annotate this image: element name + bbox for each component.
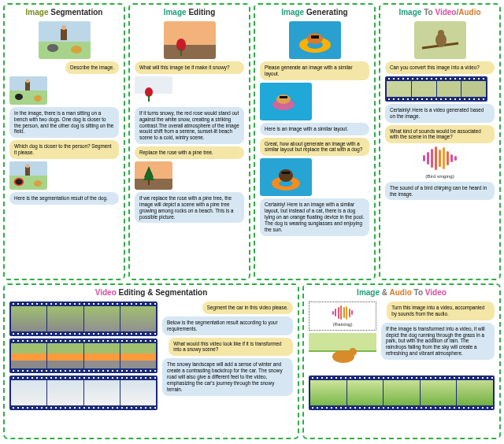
panel-image-segmentation: Image Segmentation Describe the image. I… xyxy=(3,3,125,280)
audio-wave-icon xyxy=(332,305,354,320)
audio-caption: (Bird singing) xyxy=(385,173,495,179)
panel-title: Image Segmentation xyxy=(9,8,119,17)
svg-point-16 xyxy=(26,165,30,168)
svg-point-45 xyxy=(279,169,293,182)
svg-rect-29 xyxy=(135,179,172,190)
svg-point-40 xyxy=(276,94,291,104)
svg-point-10 xyxy=(26,79,30,83)
title-word-image: Image xyxy=(398,8,421,17)
title-word-audio: Audio xyxy=(389,288,411,297)
panel-title: Video Editing & Segmentation xyxy=(9,288,293,298)
svg-rect-28 xyxy=(135,161,172,179)
video-bird-filmstrip xyxy=(385,76,487,102)
title-word-image: Image xyxy=(281,8,304,17)
assist-msg-desc: In the image, there is a man sitting on … xyxy=(9,107,119,138)
assist-msg-snowy-video: The snowy landscape will add a sense of … xyxy=(162,358,293,395)
image-cat-pool-float xyxy=(289,21,341,59)
svg-rect-2 xyxy=(61,29,67,40)
assist-msg-gen-dog: Certainly! Here is an image with a simil… xyxy=(260,198,369,235)
image-man-bench-dogs xyxy=(39,21,91,59)
title-word-image: Image xyxy=(357,288,380,297)
panel-image-editing: Image Editing What will this image be if… xyxy=(128,3,250,280)
svg-point-11 xyxy=(15,94,23,100)
image-pine-beach xyxy=(135,161,172,190)
title-word-video: Video xyxy=(425,288,447,297)
assist-msg-pine: If we replace the rose with a pine tree,… xyxy=(135,192,244,223)
image-dog-pool-float xyxy=(260,158,312,196)
assist-msg-gen-similar: Here is an image with a similar layout. xyxy=(260,123,369,135)
title-word-image: Image xyxy=(164,8,187,17)
title-word-amp: & xyxy=(382,288,387,297)
title-word-editing-seg: Editing & Segmentation xyxy=(119,288,208,297)
svg-point-3 xyxy=(61,25,66,30)
audio-wave-icon xyxy=(413,146,468,171)
video-car-snowy xyxy=(9,376,158,410)
panel-title: Image & Audio To Video xyxy=(309,288,495,298)
title-word-image: Image xyxy=(26,8,49,17)
svg-rect-27 xyxy=(148,95,150,102)
svg-rect-9 xyxy=(25,82,30,91)
panel-image-audio-to-video: Image & Audio To Video xyxy=(302,283,501,439)
audio-input-box: (Raining) xyxy=(309,302,376,331)
svg-rect-15 xyxy=(25,167,30,176)
svg-rect-25 xyxy=(135,94,172,105)
image-dog-grass xyxy=(309,333,376,371)
svg-rect-23 xyxy=(180,48,182,56)
svg-rect-46 xyxy=(282,172,290,174)
image-cat-pool-float-2 xyxy=(260,83,312,120)
video-car-segmented xyxy=(9,339,158,373)
svg-rect-52 xyxy=(309,333,376,350)
video-car-original xyxy=(9,302,158,336)
video-dog-rain xyxy=(309,376,495,410)
title-word-video: Video xyxy=(95,288,117,297)
user-msg-sounds: What kind of sounds would be associated … xyxy=(385,125,495,144)
assist-msg-rain-video: If the image is transformed into a video… xyxy=(381,323,495,360)
user-msg-snowy-video: What would this video look like if it is… xyxy=(169,338,293,357)
user-msg-gen-similar: Please generate an image with a similar … xyxy=(260,61,369,80)
assist-msg-seg-result: Here is the segmentation result of the d… xyxy=(9,192,119,205)
svg-rect-20 xyxy=(164,21,216,45)
panel-image-generating: Image Generating Please generate an imag… xyxy=(254,3,376,280)
user-msg-convert-video: Can you convert this image into a video? xyxy=(385,61,495,74)
panel-video-editing-segmentation: Video Editing & Segmentation xyxy=(3,283,299,439)
user-msg-replace-dog: Great, how about generate an image with … xyxy=(260,138,369,157)
svg-point-54 xyxy=(349,348,357,356)
svg-point-18 xyxy=(34,180,42,187)
audio-caption: (Raining) xyxy=(332,321,352,327)
image-bird-branch xyxy=(414,21,466,59)
title-word-segmentation: Segmentation xyxy=(50,8,102,17)
title-word-video: Video xyxy=(435,8,456,17)
title-word-audio: Audio xyxy=(458,8,480,17)
assist-msg-snowy: If it turns snowy, the red rose would st… xyxy=(135,107,244,144)
assist-msg-video-gen: Certainly! Here is a video generated bas… xyxy=(385,104,495,123)
svg-point-12 xyxy=(34,95,42,102)
svg-point-6 xyxy=(71,46,82,54)
user-msg-segment: Which dog is closer to the person? Segme… xyxy=(9,140,119,159)
panel-title: Image Generating xyxy=(260,8,369,17)
user-msg-describe: Describe the image. xyxy=(65,61,119,74)
image-man-bench-dogs-small xyxy=(9,76,47,105)
panel-image-to-video-audio: Image To Video/Audio Can you convert thi… xyxy=(379,3,501,280)
title-word-editing: Editing xyxy=(188,8,215,17)
user-msg-turn-into-video: Turn this image into a video, accompanie… xyxy=(387,302,495,320)
svg-rect-41 xyxy=(280,96,287,98)
user-msg-seg-car: Segment the car in this video please. xyxy=(202,302,293,314)
panel-title: Image To Video/Audio xyxy=(385,8,495,17)
title-word-to: To xyxy=(424,8,432,17)
svg-point-5 xyxy=(47,44,58,52)
image-rose-beach xyxy=(164,21,216,59)
image-segmented-dog xyxy=(9,161,47,190)
user-msg-pine: Replace the rose with a pine tree. xyxy=(135,146,244,159)
image-rose-snow xyxy=(135,76,172,105)
panel-title: Image Editing xyxy=(135,8,244,17)
svg-rect-37 xyxy=(311,35,319,39)
assist-msg-seg-result: Below is the segmentation result accordi… xyxy=(162,316,293,335)
svg-rect-32 xyxy=(148,179,150,185)
user-msg-snowy: What will this image be if make it snowy… xyxy=(135,61,244,74)
svg-rect-21 xyxy=(164,45,216,59)
title-word-to: To xyxy=(414,288,423,297)
assist-msg-audio: The sound of a bird chirping can be hear… xyxy=(385,182,495,201)
title-word-generating: Generating xyxy=(306,8,348,17)
svg-point-50 xyxy=(438,30,444,36)
